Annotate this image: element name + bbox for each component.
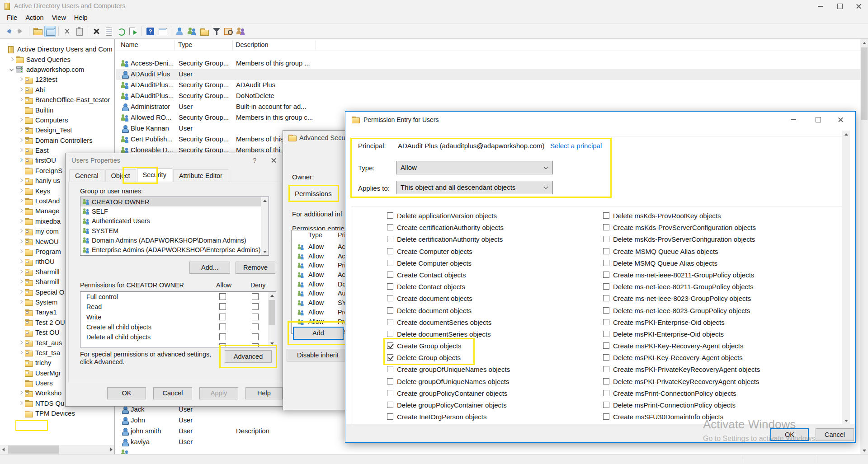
checkbox[interactable] [603, 283, 609, 290]
checkbox[interactable] [603, 260, 609, 266]
scrollbar-thumb[interactable] [861, 47, 868, 120]
tree-item-123test[interactable]: 123test [0, 75, 114, 84]
checkbox[interactable] [603, 342, 609, 349]
checkbox[interactable] [387, 342, 393, 349]
new-user-icon[interactable] [174, 26, 185, 37]
close-icon[interactable] [264, 153, 283, 168]
checkbox[interactable] [603, 378, 609, 384]
tree-item-active-directory-users-and-com[interactable]: Active Directory Users and Com [0, 44, 114, 54]
allow-checkbox[interactable] [219, 303, 226, 310]
deny-checkbox[interactable] [252, 293, 259, 300]
advanced-button[interactable]: Advanced [225, 350, 272, 363]
checkbox[interactable] [387, 224, 393, 230]
scroll-down-icon[interactable] [842, 417, 850, 424]
list-row-adauditplus[interactable]: ADAuditPlus...Security Group...ADAudit P… [116, 80, 860, 91]
expander-icon[interactable] [18, 208, 25, 214]
expander-icon[interactable] [18, 127, 25, 133]
scroll-up-icon[interactable] [860, 39, 868, 47]
permissions-list[interactable]: Full controlReadWriteCreate all child ob… [80, 291, 276, 347]
expander-icon[interactable] [18, 228, 25, 234]
tree-item-tpm-devices[interactable]: TPM Devices [0, 408, 114, 418]
allow-checkbox[interactable] [219, 293, 226, 300]
list-vertical-scrollbar[interactable] [860, 39, 868, 454]
principal-column[interactable]: Pri [338, 231, 345, 239]
scroll-up-icon[interactable] [261, 197, 269, 205]
name-row-system[interactable]: SYSTEM [80, 226, 269, 235]
tree-item-adapworkshop-com[interactable]: adapworkshop.com [0, 65, 114, 75]
filter-icon[interactable] [211, 26, 222, 37]
expander-icon[interactable] [18, 147, 25, 154]
checkbox[interactable] [603, 413, 609, 420]
expander-icon[interactable] [18, 248, 25, 255]
checkbox[interactable] [387, 331, 393, 337]
column-description[interactable]: Description [236, 41, 269, 48]
expander-icon[interactable] [18, 289, 25, 295]
applies-to-dropdown[interactable]: This object and all descendant objects [396, 181, 553, 194]
help-icon[interactable] [145, 26, 156, 37]
checkbox[interactable] [603, 390, 609, 396]
remove-button[interactable]: Remove [236, 262, 275, 274]
expander-icon[interactable] [18, 97, 25, 103]
deny-checkbox[interactable] [252, 314, 259, 320]
name-row-creator-owner[interactable]: CREATOR OWNER [80, 197, 269, 206]
tab-general[interactable]: General [69, 169, 104, 182]
scrollbar-thumb[interactable] [8, 445, 59, 454]
expander-icon[interactable] [9, 56, 16, 63]
paste-icon[interactable] [74, 26, 85, 37]
menu-view[interactable]: View [48, 13, 70, 23]
expander-icon[interactable] [18, 188, 25, 194]
tree-horizontal-scrollbar[interactable] [0, 445, 115, 454]
restore-icon[interactable] [830, 0, 849, 12]
expander-icon[interactable] [18, 137, 25, 144]
checkbox[interactable] [387, 402, 393, 408]
checkbox[interactable] [603, 236, 609, 242]
menu-file[interactable]: File [3, 13, 21, 23]
close-icon[interactable] [849, 0, 868, 12]
refresh-icon[interactable] [115, 26, 127, 37]
tab-object[interactable]: Object [105, 169, 136, 182]
tree-item-domain-controllers[interactable]: Domain Controllers [0, 136, 114, 145]
type-dropdown[interactable]: Allow [396, 161, 553, 174]
back-icon[interactable] [3, 26, 14, 37]
expander-icon[interactable] [18, 157, 25, 164]
add-button[interactable]: Add [293, 327, 344, 340]
cancel-button[interactable]: Cancel [153, 387, 192, 399]
expander-icon[interactable] [18, 218, 25, 225]
checkbox[interactable] [603, 224, 609, 230]
expander-icon[interactable] [18, 258, 25, 265]
ok-button[interactable]: OK [107, 387, 146, 399]
name-row-enterprise-admins-adapworkshop-enterprise-admins[interactable]: Enterprise Admins (ADAPWORKSHOP\Enterpri… [80, 245, 269, 254]
scroll-right-icon[interactable] [107, 445, 115, 453]
expander-icon[interactable] [18, 239, 25, 245]
expander-icon[interactable] [18, 340, 25, 346]
checkbox[interactable] [387, 413, 393, 420]
expander-icon[interactable] [18, 269, 25, 275]
menu-action[interactable]: Action [21, 13, 47, 23]
scroll-up-icon[interactable] [268, 292, 276, 300]
up-one-level-icon[interactable] [32, 26, 43, 37]
name-row-domain-admins-adapworkshop-domain-admins[interactable]: Domain Admins (ADAPWORKSHOP\Domain Admin… [80, 235, 269, 245]
checkbox[interactable] [387, 212, 393, 219]
checkbox[interactable] [603, 366, 609, 372]
checkbox[interactable] [603, 307, 609, 314]
list-row-item[interactable] [116, 448, 860, 454]
checkbox[interactable] [387, 307, 393, 314]
column-type[interactable]: Type [178, 41, 192, 48]
disable-inheritance-button[interactable]: Disable inherit [287, 349, 354, 361]
new-ou-icon[interactable] [198, 26, 210, 37]
expander-icon[interactable] [18, 279, 25, 285]
find-icon[interactable] [223, 26, 234, 37]
checkbox[interactable] [387, 236, 393, 242]
checkbox[interactable] [603, 319, 609, 325]
tab-attribute-editor[interactable]: Attribute Editor [173, 169, 228, 182]
name-row-self[interactable]: SELF [80, 206, 269, 216]
select-a-principal-link[interactable]: Select a principal [550, 142, 602, 150]
delegate-icon[interactable] [235, 26, 246, 37]
scrollbar-thumb[interactable] [269, 300, 275, 325]
scroll-left-icon[interactable] [0, 445, 8, 453]
allow-checkbox[interactable] [219, 323, 226, 330]
column-name[interactable]: Name [121, 41, 138, 48]
maximize-icon[interactable] [808, 112, 829, 127]
expander-icon[interactable] [18, 400, 25, 407]
expander-icon[interactable] [18, 87, 25, 93]
